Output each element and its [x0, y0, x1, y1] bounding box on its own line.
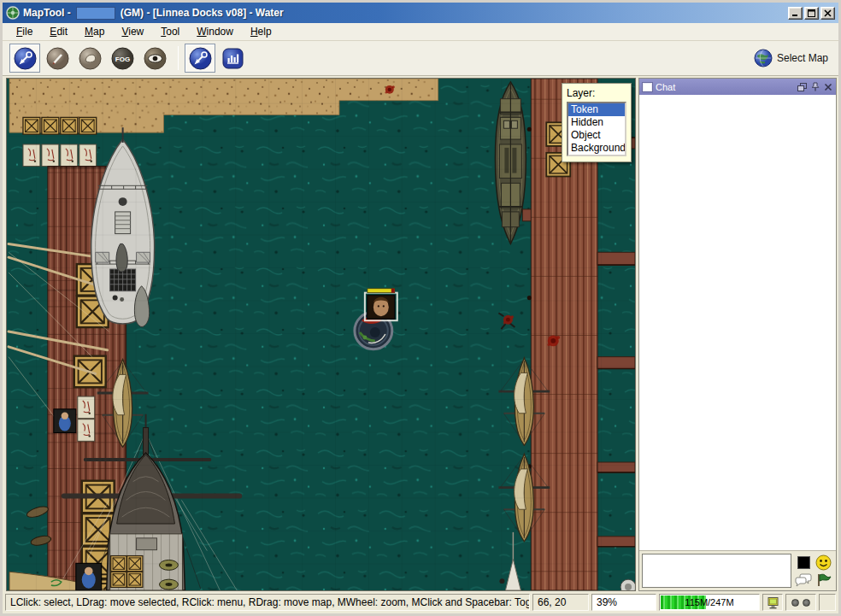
minimize-button[interactable] [788, 7, 803, 20]
pointer-tool-button[interactable] [9, 44, 40, 73]
globe-icon [754, 49, 773, 67]
chat-input-area [639, 550, 836, 590]
chat-title-bar: Chat [639, 79, 836, 95]
chat-panel-title: Chat [656, 82, 675, 92]
measure-icon [221, 47, 244, 70]
menu-window[interactable]: Window [188, 24, 242, 39]
template-icon [79, 47, 102, 70]
transmit-indicator [791, 599, 799, 607]
layer-item-background[interactable]: Background [568, 142, 625, 155]
maximize-icon [808, 9, 815, 17]
title-bar: MapTool - (GM) - [Linnea Docks v08] - Wa… [3, 3, 838, 23]
layer-panel-title: Layer: [567, 87, 626, 99]
fog-icon: FOG [111, 47, 134, 70]
status-zoom-level: 39% [591, 594, 656, 611]
menu-bar: File Edit Map View Tool Window Help [3, 23, 838, 41]
menu-edit[interactable]: Edit [41, 24, 76, 39]
menu-tool[interactable]: Tool [152, 24, 188, 39]
chat-panel-icon [643, 83, 652, 91]
maximize-button[interactable] [804, 7, 819, 20]
receive-indicator [803, 599, 810, 607]
layer-panel: Layer: Token Hidden Object Background [562, 83, 632, 162]
status-memory-meter[interactable]: 115M/247M [659, 594, 760, 611]
draw-tool-button[interactable] [42, 44, 73, 73]
layer-item-object[interactable]: Object [568, 129, 625, 142]
flag-icon[interactable] [816, 572, 832, 588]
status-network-indicators [785, 594, 816, 611]
pin-panel-icon[interactable] [811, 82, 820, 91]
close-panel-icon[interactable] [824, 83, 832, 91]
map-grid [7, 79, 635, 590]
svg-text:FOG: FOG [115, 55, 129, 62]
layer-item-hidden[interactable]: Hidden [568, 116, 625, 129]
status-assert-cell [762, 594, 783, 611]
emoji-icon[interactable] [815, 554, 832, 571]
stamp-pointer-tool-button[interactable] [185, 44, 215, 73]
brush-icon [46, 47, 69, 70]
select-map-label: Select Map [777, 52, 828, 64]
layer-list: Token Hidden Object Background [567, 102, 626, 156]
drawing-indicator-icon [767, 596, 779, 609]
toolbar: FOG [3, 41, 838, 76]
minimize-icon [791, 9, 799, 17]
app-icon [6, 6, 20, 20]
toolbar-separator [178, 46, 179, 70]
status-coordinates: 66, 20 [532, 594, 589, 611]
close-icon [824, 9, 832, 17]
connection-indicator [76, 7, 115, 20]
status-bar: LClick: select, LDrag: move selected, RC… [3, 591, 838, 613]
chat-message-log [639, 95, 836, 550]
map-viewport[interactable]: Layer: Token Hidden Object Background [6, 78, 636, 591]
menu-help[interactable]: Help [242, 24, 280, 39]
pointer-icon [14, 47, 37, 70]
template-tool-button[interactable] [74, 44, 105, 73]
fog-tool-button[interactable]: FOG [107, 44, 138, 73]
layer-item-token[interactable]: Token [568, 103, 625, 116]
measure-tool-button[interactable] [217, 44, 248, 73]
vision-tool-button[interactable] [139, 44, 170, 73]
selected-character-token[interactable] [365, 289, 397, 320]
app-title: MapTool - [23, 7, 71, 19]
chat-color-swatch[interactable] [797, 556, 810, 569]
session-title: (GM) - [Linnea Docks v08] - Water [121, 7, 284, 19]
select-map-button[interactable]: Select Map [750, 47, 832, 69]
chat-bubbles-icon[interactable] [795, 573, 813, 588]
pointer-icon [189, 47, 212, 70]
status-hint: LClick: select, LDrag: move selected, RC… [5, 594, 530, 611]
menu-file[interactable]: File [8, 24, 41, 39]
chat-panel: Chat [638, 78, 837, 591]
float-panel-icon[interactable] [797, 83, 807, 91]
menu-map[interactable]: Map [76, 24, 113, 39]
menu-view[interactable]: View [113, 24, 152, 39]
close-button[interactable] [820, 7, 835, 20]
token-health-bar [368, 289, 395, 293]
eye-icon [144, 47, 167, 70]
maptool-window: MapTool - (GM) - [Linnea Docks v08] - Wa… [0, 0, 841, 616]
chat-input[interactable] [642, 554, 791, 588]
map-canvas[interactable] [7, 79, 635, 590]
memory-label: 115M/247M [685, 597, 733, 607]
status-resize-grip [819, 594, 836, 611]
